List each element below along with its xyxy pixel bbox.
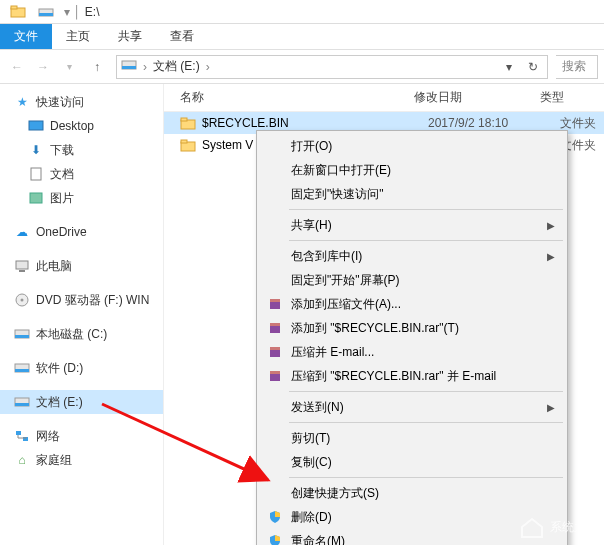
menu-separator [289,240,563,241]
sidebar-label: OneDrive [36,225,87,239]
menu-add-archive[interactable]: 添加到压缩文件(A)... [259,292,565,316]
winrar-icon [267,296,283,312]
svg-rect-6 [29,121,43,130]
sidebar-item-downloads[interactable]: ⬇ 下载 [0,138,163,162]
window-title: E:\ [85,5,100,19]
history-dropdown[interactable]: ▾ [58,56,80,78]
svg-rect-1 [11,6,17,9]
drive-icon [14,326,30,342]
tab-share[interactable]: 共享 [104,24,156,49]
address-dropdown[interactable]: ▾ [499,60,519,74]
download-icon: ⬇ [28,142,44,158]
col-name[interactable]: 名称 [164,89,414,106]
menu-copy[interactable]: 复制(C) [259,450,565,474]
refresh-button[interactable]: ↻ [523,60,543,74]
svg-rect-16 [15,369,29,372]
sidebar-item-pictures[interactable]: 图片 [0,186,163,210]
network-icon [14,428,30,444]
sidebar-item-local-c[interactable]: 本地磁盘 (C:) [0,322,163,346]
sidebar-item-thispc[interactable]: 此电脑 [0,254,163,278]
address-bar[interactable]: › 文档 (E:) › ▾ ↻ [116,55,548,79]
menu-compress-email[interactable]: 压缩并 E-mail... [259,340,565,364]
svg-rect-3 [39,13,53,16]
sidebar-item-desktop[interactable]: Desktop [0,114,163,138]
document-icon [28,166,44,182]
folder-icon [10,4,26,20]
col-date[interactable]: 修改日期 [414,89,540,106]
breadcrumb[interactable]: 文档 (E:) [153,58,200,75]
winrar-icon [267,320,283,336]
svg-rect-30 [270,347,280,350]
chevron-right-icon[interactable]: › [204,60,212,74]
sidebar-item-dvd[interactable]: DVD 驱动器 (F:) WIN [0,288,163,312]
menu-delete[interactable]: 删除(D) [259,505,565,529]
sidebar-label: 家庭组 [36,452,72,469]
svg-rect-32 [270,371,280,374]
desktop-icon [28,118,44,134]
tab-file[interactable]: 文件 [0,24,52,49]
menu-share[interactable]: 共享(H)▶ [259,213,565,237]
file-name: $RECYCLE.BIN [202,116,422,130]
up-button[interactable]: ↑ [86,56,108,78]
menu-create-shortcut[interactable]: 创建快捷方式(S) [259,481,565,505]
sidebar-item-doc-e[interactable]: 文档 (E:) [0,390,163,414]
ribbon: 文件 主页 共享 查看 [0,24,604,50]
svg-rect-29 [270,350,280,357]
sidebar-label: Desktop [50,119,94,133]
sidebar-label: 软件 (D:) [36,360,83,377]
menu-cut[interactable]: 剪切(T) [259,426,565,450]
menu-rename[interactable]: 重命名(M) [259,529,565,545]
svg-rect-7 [31,168,41,180]
sidebar-item-homegroup[interactable]: ⌂ 家庭组 [0,448,163,472]
menu-open[interactable]: 打开(O) [259,134,565,158]
sidebar-label: 图片 [50,190,74,207]
menu-include-library[interactable]: 包含到库中(I)▶ [259,244,565,268]
drive-icon [121,58,137,75]
sidebar-label: 此电脑 [36,258,72,275]
sidebar-item-soft-d[interactable]: 软件 (D:) [0,356,163,380]
folder-icon [180,138,196,152]
shield-icon [267,533,283,545]
svg-rect-18 [15,403,29,406]
sidebar-item-onedrive[interactable]: ☁ OneDrive [0,220,163,244]
chevron-right-icon[interactable]: › [141,60,149,74]
sidebar-label: 下载 [50,142,74,159]
menu-open-new-window[interactable]: 在新窗口中打开(E) [259,158,565,182]
svg-rect-22 [181,118,187,121]
back-button[interactable]: ← [6,56,28,78]
forward-button[interactable]: → [32,56,54,78]
menu-add-archive-name[interactable]: 添加到 "$RECYCLE.BIN.rar"(T) [259,316,565,340]
svg-rect-24 [181,140,187,143]
menu-pin-start[interactable]: 固定到"开始"屏幕(P) [259,268,565,292]
context-menu: 打开(O) 在新窗口中打开(E) 固定到"快速访问" 共享(H)▶ 包含到库中(… [256,130,568,545]
sidebar-item-quick-access[interactable]: ★ 快速访问 [0,90,163,114]
menu-compress-name-email[interactable]: 压缩到 "$RECYCLE.BIN.rar" 并 E-mail [259,364,565,388]
sidebar-label: DVD 驱动器 (F:) WIN [36,292,149,309]
menu-separator [289,477,563,478]
svg-rect-19 [16,431,21,435]
menu-send-to[interactable]: 发送到(N)▶ [259,395,565,419]
tab-home[interactable]: 主页 [52,24,104,49]
sidebar-item-network[interactable]: 网络 [0,424,163,448]
svg-rect-31 [270,374,280,381]
cloud-icon: ☁ [14,224,30,240]
sidebar-label: 本地磁盘 (C:) [36,326,107,343]
svg-rect-28 [270,323,280,326]
sidebar-item-documents[interactable]: 文档 [0,162,163,186]
col-type[interactable]: 类型 [540,89,604,106]
menu-pin-quick[interactable]: 固定到"快速访问" [259,182,565,206]
svg-rect-25 [270,302,280,309]
shield-icon [267,509,283,525]
svg-rect-5 [122,66,136,69]
svg-rect-26 [270,299,280,302]
chevron-down-icon[interactable]: ▾ │ [64,5,81,19]
file-type: 文件夹 [560,115,596,132]
navigation-tree: ★ 快速访问 Desktop ⬇ 下载 文档 图片 ☁ OneDrive 此电脑 [0,84,164,545]
sidebar-label: 快速访问 [36,94,84,111]
sidebar-label: 网络 [36,428,60,445]
sidebar-label: 文档 (E:) [36,394,83,411]
search-input[interactable]: 搜索 [556,55,598,79]
chevron-right-icon: ▶ [547,251,555,262]
tab-view[interactable]: 查看 [156,24,208,49]
svg-rect-9 [16,261,28,269]
